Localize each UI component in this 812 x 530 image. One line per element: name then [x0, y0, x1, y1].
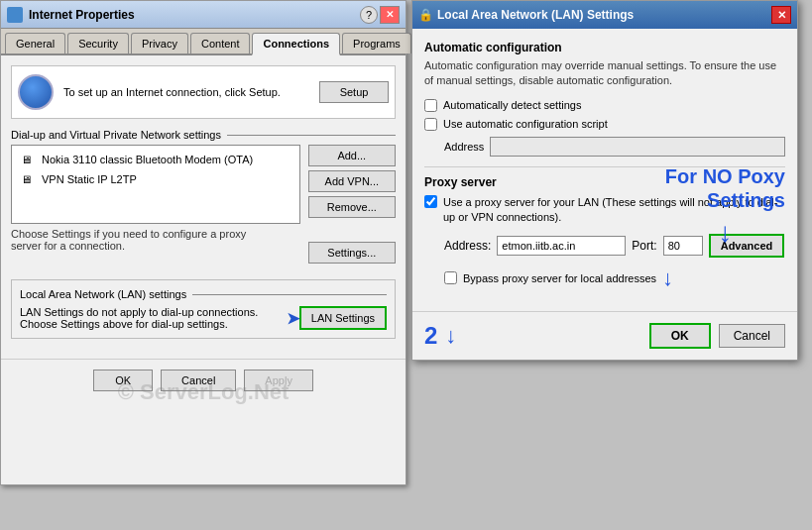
vpn-icon: 🖥 [16, 171, 36, 187]
ok-button[interactable]: OK [93, 370, 153, 391]
network-buttons: Add... Add VPN... Remove... Settings... [308, 145, 396, 264]
lan-section-header: Local Area Network (LAN) settings [20, 288, 387, 300]
bluetooth-icon: 🖥 [16, 152, 36, 167]
dialog-ok-button[interactable]: OK [649, 323, 711, 349]
lan-dialog-title-bar: 🔒 Local Area Network (LAN) Settings ✕ [412, 1, 797, 29]
auto-script-label: Use automatic configuration script [443, 118, 608, 130]
tab-programs[interactable]: Programs [342, 33, 411, 53]
list-item[interactable]: 🖥 VPN Static IP L2TP [16, 169, 295, 189]
add-button[interactable]: Add... [308, 145, 396, 166]
tab-privacy[interactable]: Privacy [131, 33, 188, 53]
help-button[interactable]: ? [360, 6, 378, 24]
settings-button[interactable]: Settings... [308, 242, 396, 264]
apply-button[interactable]: Apply [244, 370, 313, 391]
list-item[interactable]: 🖥 Nokia 3110 classic Bluetooth Modem (OT… [16, 150, 295, 169]
dialog-bottom-buttons: 2 ↓ OK Cancel [412, 311, 797, 360]
lan-dialog-content: Automatic configuration Automatic config… [412, 29, 797, 303]
internet-properties-window: Internet Properties ? ✕ General Security… [0, 0, 406, 485]
title-bar: Internet Properties ? ✕ [1, 1, 406, 29]
network-list: 🖥 Nokia 3110 classic Bluetooth Modem (OT… [11, 145, 300, 224]
arrow-right-icon: ➤ [287, 309, 299, 328]
no-proxy-annotation: For NO PoxySettings ↓ [665, 164, 785, 250]
lan-dialog-icon: 🔒 [418, 8, 433, 22]
arrow-down-icon: ↓ [662, 265, 673, 291]
window-icon [7, 7, 23, 23]
script-address-field: Address [444, 137, 785, 157]
bypass-label: Bypass proxy server for local addresses [463, 272, 656, 284]
auto-detect-checkbox[interactable] [424, 99, 437, 112]
proxy-address-input[interactable] [497, 236, 626, 256]
tabs-bar: General Security Privacy Content Connect… [1, 29, 406, 55]
auto-script-row: Use automatic configuration script [424, 118, 785, 131]
add-vpn-button[interactable]: Add VPN... [308, 170, 396, 192]
bypass-row: Bypass proxy server for local addresses … [444, 265, 785, 291]
proxy-address-label: Address: [444, 239, 491, 253]
lan-description: LAN Settings do not apply to dial-up con… [20, 306, 299, 330]
lan-section: Local Area Network (LAN) settings LAN Se… [11, 279, 396, 339]
step-number: 2 [424, 322, 437, 350]
bottom-buttons-bar: OK Cancel Apply [1, 359, 406, 401]
auto-config-header: Automatic configuration [424, 41, 785, 54]
arrow-step-icon: ↓ [445, 323, 456, 349]
title-bar-buttons: ? ✕ [360, 6, 400, 24]
dialup-section-header: Dial-up and Virtual Private Network sett… [11, 129, 396, 141]
setup-button[interactable]: Setup [319, 81, 389, 103]
tab-content[interactable]: Content [190, 33, 251, 53]
lan-dialog-title: Local Area Network (LAN) Settings [437, 8, 634, 22]
auto-script-checkbox[interactable] [424, 118, 437, 131]
tab-general[interactable]: General [5, 33, 65, 53]
proxy-port-label: Port: [632, 239, 656, 253]
network-area: 🖥 Nokia 3110 classic Bluetooth Modem (OT… [11, 145, 396, 264]
setup-description: To set up an Internet connection, click … [63, 86, 309, 98]
setup-area: To set up an Internet connection, click … [11, 65, 396, 119]
proxy-info-text: Choose Settings if you need to configure… [11, 228, 300, 252]
lan-dialog-close-button[interactable]: ✕ [771, 6, 791, 24]
globe-icon [18, 74, 54, 110]
lan-settings-button[interactable]: LAN Settings [299, 306, 387, 330]
auto-detect-row: Automatically detect settings [424, 99, 785, 112]
lan-dialog: 🔒 Local Area Network (LAN) Settings ✕ Au… [411, 0, 798, 361]
auto-config-section: Automatic configuration Automatic config… [424, 41, 785, 157]
auto-detect-label: Automatically detect settings [443, 99, 581, 111]
tab-connections[interactable]: Connections [252, 33, 340, 55]
tab-security[interactable]: Security [67, 33, 129, 53]
cancel-button[interactable]: Cancel [161, 370, 236, 391]
address-input[interactable] [490, 137, 785, 157]
address-label: Address [444, 141, 484, 153]
remove-button[interactable]: Remove... [308, 196, 396, 218]
bypass-checkbox[interactable] [444, 271, 457, 284]
window-title: Internet Properties [29, 8, 135, 22]
close-button[interactable]: ✕ [380, 6, 400, 24]
auto-config-description: Automatic configuration may override man… [424, 58, 785, 89]
tab-content-area: To set up an Internet connection, click … [1, 55, 406, 349]
dialog-cancel-button[interactable]: Cancel [719, 324, 785, 348]
use-proxy-checkbox[interactable] [424, 195, 437, 208]
